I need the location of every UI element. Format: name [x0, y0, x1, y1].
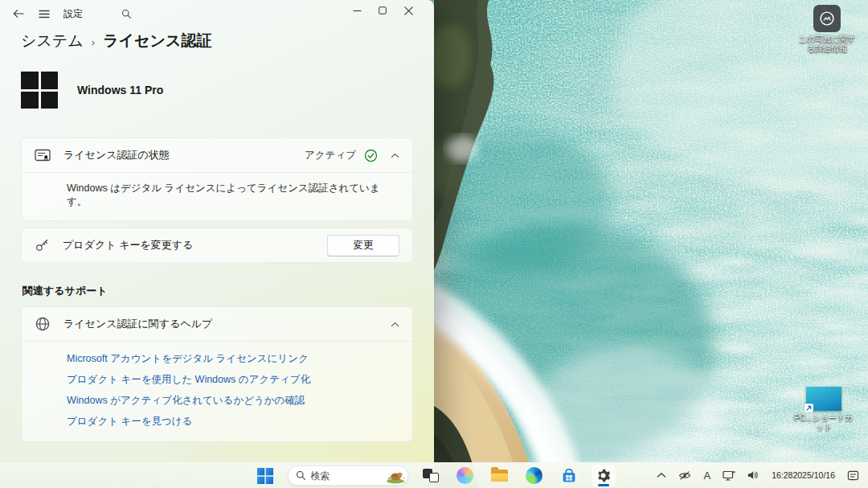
activation-description: Windows はデジタル ライセンスによってライセンス認証されています。	[22, 173, 412, 220]
activation-state-header[interactable]: ライセンス認証の状態 アクティブ	[22, 138, 412, 172]
close-icon	[404, 6, 413, 15]
copilot-icon	[457, 467, 473, 484]
chevron-right-icon: ›	[92, 35, 95, 48]
windows-logo-icon	[21, 72, 58, 109]
product-key-label: プロダクト キーを変更する	[63, 238, 314, 252]
breadcrumb: システム › ライセンス認証	[21, 31, 413, 51]
search-input[interactable]	[311, 470, 380, 482]
spotlight-photo-icon	[813, 5, 841, 32]
activation-status: アクティブ	[305, 149, 399, 162]
breadcrumb-system[interactable]: システム	[21, 31, 84, 51]
change-product-key-button[interactable]: 変更	[327, 235, 399, 256]
success-check-icon	[364, 149, 378, 162]
screenshot-thumbnail-icon	[806, 387, 841, 411]
chevron-up-icon	[391, 153, 399, 158]
desktop-screen: この写真に関する詳細情報 PC...ショートカット 設定	[0, 0, 868, 488]
search-highlight-image	[385, 468, 406, 484]
maximize-button[interactable]	[370, 0, 395, 21]
activation-state-label: ライセンス認証の状態	[63, 148, 292, 162]
taskbar-search-box[interactable]	[288, 465, 408, 486]
desktop-icon-label: PC...ショートカット	[792, 413, 855, 433]
clock[interactable]: 16:28 2025/10/16	[769, 469, 837, 482]
settings-window: 設定 システム › ライセンス認証	[0, 0, 434, 462]
chevron-up-icon	[391, 322, 399, 327]
notification-icon	[847, 470, 859, 482]
notification-center-button[interactable]	[845, 468, 862, 483]
edge-icon	[526, 467, 542, 484]
eye-slash-icon	[678, 470, 691, 481]
search-icon	[121, 9, 132, 19]
link-find-product-key[interactable]: プロダクト キーを見つける	[67, 415, 192, 429]
file-explorer-icon	[491, 470, 508, 482]
chevron-up-icon	[657, 472, 666, 478]
nav-menu-button[interactable]	[39, 10, 50, 18]
edge-button[interactable]	[522, 465, 547, 487]
activation-help-header[interactable]: ライセンス認証に関するヘルプ	[22, 307, 412, 341]
desktop-icon-label: この写真に関する詳細情報	[796, 35, 858, 54]
task-view-icon	[423, 469, 439, 482]
back-button[interactable]	[13, 9, 24, 18]
titlebar: 設定	[0, 0, 434, 27]
window-controls	[344, 0, 421, 21]
shortcut-arrow-icon	[805, 404, 813, 412]
license-certificate-icon	[35, 149, 51, 162]
link-check-activation[interactable]: Windows がアクティブ化されているかどうかの確認	[67, 394, 305, 408]
edition-row: Windows 11 Pro	[21, 72, 413, 109]
microsoft-store-icon	[561, 468, 577, 484]
copilot-button[interactable]	[453, 465, 477, 487]
key-icon	[35, 238, 50, 252]
close-button[interactable]	[395, 0, 421, 21]
gear-icon	[596, 468, 611, 483]
product-key-row: プロダクト キーを変更する 変更	[22, 228, 412, 262]
settings-taskbar-button[interactable]	[592, 465, 616, 487]
window-title: 設定	[63, 7, 83, 21]
activation-state-card: ライセンス認証の状態 アクティブ Windows はデジタル ライセンスによって…	[21, 137, 413, 221]
hamburger-icon	[39, 10, 50, 18]
clock-date: 2025/10/16	[792, 470, 835, 481]
product-key-card: プロダクト キーを変更する 変更	[21, 228, 413, 263]
activation-help-label: ライセンス認証に関するヘルプ	[63, 317, 378, 331]
desktop-icon-shortcut[interactable]: PC...ショートカット	[792, 387, 855, 433]
status-text: アクティブ	[305, 149, 356, 162]
maximize-icon	[379, 6, 387, 14]
ethernet-network-icon	[723, 470, 735, 481]
volume-button[interactable]	[745, 469, 762, 482]
link-activate-with-product-key[interactable]: プロダクト キーを使用した Windows のアクティブ化	[67, 373, 310, 387]
privacy-indicator-button[interactable]	[676, 469, 694, 482]
minimize-button[interactable]	[344, 0, 370, 21]
file-explorer-button[interactable]	[488, 465, 512, 487]
start-button[interactable]	[253, 465, 277, 487]
hidden-icons-button[interactable]	[654, 470, 669, 480]
minimize-icon	[353, 6, 362, 15]
activation-help-card: ライセンス認証に関するヘルプ Microsoft アカウントをデジタル ライセン…	[21, 306, 413, 442]
clock-time: 16:28	[772, 470, 792, 481]
system-tray: A 16:28 2025/10/16	[654, 462, 862, 488]
link-link-ms-account[interactable]: Microsoft アカウントをデジタル ライセンスにリンク	[67, 352, 309, 366]
back-arrow-icon	[13, 9, 24, 18]
edition-name: Windows 11 Pro	[77, 84, 163, 96]
network-button[interactable]	[720, 469, 738, 482]
desktop-icon-spotlight[interactable]: この写真に関する詳細情報	[796, 5, 858, 54]
page-title: ライセンス認証	[103, 31, 211, 51]
microsoft-store-button[interactable]	[557, 465, 581, 487]
globe-icon	[35, 316, 51, 332]
speaker-icon	[747, 470, 760, 480]
search-icon	[296, 470, 306, 481]
task-view-button[interactable]	[419, 465, 443, 487]
settings-search-button[interactable]	[121, 9, 132, 19]
windows-start-icon	[257, 468, 273, 484]
ime-mode-button[interactable]: A	[701, 468, 713, 483]
related-support-heading: 関連するサポート	[23, 284, 413, 298]
help-links-list: Microsoft アカウントをデジタル ライセンスにリンク プロダクト キーを…	[22, 342, 412, 441]
